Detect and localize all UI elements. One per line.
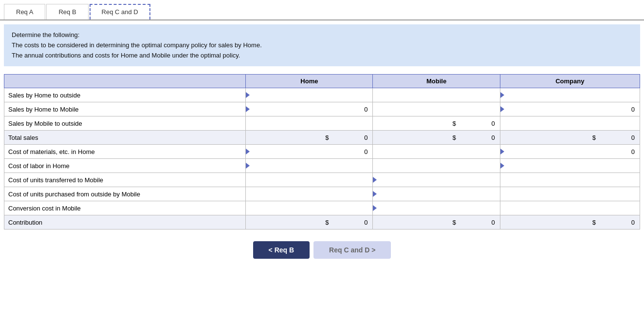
mobile-dollar-sign: $ — [452, 134, 456, 141]
label-cell-row-sales-home-outside: Sales by Home to outside — [4, 88, 246, 102]
company-cell-row-cost-transferred[interactable] — [500, 173, 640, 187]
mobile-arrow-icon — [373, 191, 377, 197]
home-cell-row-cost-materials[interactable] — [246, 145, 373, 159]
next-button[interactable]: Req C and D > — [313, 241, 391, 259]
mobile-input[interactable] — [458, 147, 497, 156]
home-input[interactable] — [331, 190, 369, 199]
company-cell-row-cost-materials[interactable] — [500, 145, 640, 159]
mobile-input[interactable] — [458, 133, 497, 142]
company-dollar-sign: $ — [592, 219, 596, 226]
company-input[interactable] — [598, 91, 637, 100]
label-cell-row-total-sales: Total sales — [4, 131, 246, 145]
table-row: Sales by Mobile to outside $ — [4, 116, 640, 131]
label-cell-row-conversion-cost: Conversion cost in Mobile — [4, 201, 246, 215]
company-input[interactable] — [598, 190, 637, 199]
mobile-cell-row-total-sales[interactable]: $ — [373, 131, 500, 145]
company-cell-row-sales-mobile-outside[interactable] — [500, 116, 640, 131]
home-dollar-sign: $ — [325, 219, 329, 226]
company-cell-row-total-sales[interactable]: $ — [500, 131, 640, 145]
mobile-cell-row-conversion-cost[interactable] — [373, 201, 500, 215]
label-cell-row-cost-purchased: Cost of units purchased from outside by … — [4, 187, 246, 201]
company-cell-row-contribution[interactable]: $ — [500, 215, 640, 230]
header-mobile: Mobile — [373, 75, 500, 88]
company-input[interactable] — [598, 204, 637, 213]
table-row: Total sales $ $ $ — [4, 131, 640, 145]
company-input[interactable] — [598, 147, 637, 156]
home-arrow-icon — [246, 106, 250, 112]
home-cell-row-contribution[interactable]: $ — [246, 215, 373, 230]
mobile-cell-row-sales-mobile-outside[interactable]: $ — [373, 116, 500, 131]
company-input[interactable] — [598, 119, 637, 128]
tabs-container: Req A Req B Req C and D — [0, 0, 644, 20]
header-home: Home — [246, 75, 373, 88]
info-line1: Determine the following: — [12, 30, 632, 40]
home-arrow-icon — [246, 163, 250, 169]
nav-buttons: < Req B Req C and D > — [0, 241, 644, 259]
label-cell-row-contribution: Contribution — [4, 215, 246, 230]
mobile-cell-row-contribution[interactable]: $ — [373, 215, 500, 230]
label-cell-row-cost-materials: Cost of materials, etc. in Home — [4, 145, 246, 159]
company-arrow-icon — [500, 106, 504, 112]
home-cell-row-sales-mobile-outside[interactable] — [246, 116, 373, 131]
table-row: Contribution $ $ $ — [4, 215, 640, 230]
company-input[interactable] — [598, 175, 637, 185]
company-input[interactable] — [598, 105, 637, 114]
home-input[interactable] — [331, 204, 369, 213]
home-input[interactable] — [331, 91, 369, 100]
mobile-input[interactable] — [458, 161, 497, 171]
mobile-input[interactable] — [458, 119, 497, 128]
mobile-cell-row-cost-purchased[interactable] — [373, 187, 500, 201]
header-company: Company — [500, 75, 640, 88]
tab-req-c-d[interactable]: Req C and D — [90, 4, 150, 19]
table-container: Home Mobile Company Sales by Home to out… — [4, 74, 640, 230]
mobile-cell-row-cost-labor[interactable] — [373, 159, 500, 173]
company-cell-row-sales-home-outside[interactable] — [500, 88, 640, 102]
home-cell-row-cost-purchased[interactable] — [246, 187, 373, 201]
mobile-arrow-icon — [373, 205, 377, 211]
home-dollar-sign: $ — [325, 134, 329, 141]
mobile-dollar-sign: $ — [452, 219, 456, 226]
mobile-cell-row-cost-transferred[interactable] — [373, 173, 500, 187]
info-line3: The annual contributions and costs for H… — [12, 51, 632, 61]
table-row: Cost of materials, etc. in Home — [4, 145, 640, 159]
home-input[interactable] — [331, 133, 369, 142]
home-cell-row-cost-labor[interactable] — [246, 159, 373, 173]
home-cell-row-cost-transferred[interactable] — [246, 173, 373, 187]
company-input[interactable] — [598, 161, 637, 171]
mobile-cell-row-sales-home-mobile[interactable] — [373, 102, 500, 116]
home-input[interactable] — [331, 147, 369, 156]
mobile-cell-row-sales-home-outside[interactable] — [373, 88, 500, 102]
label-cell-row-sales-mobile-outside: Sales by Mobile to outside — [4, 116, 246, 131]
mobile-input[interactable] — [458, 218, 497, 227]
mobile-arrow-icon — [373, 177, 377, 183]
home-input[interactable] — [331, 119, 369, 128]
home-cell-row-sales-home-mobile[interactable] — [246, 102, 373, 116]
home-cell-row-total-sales[interactable]: $ — [246, 131, 373, 145]
home-input[interactable] — [331, 105, 369, 114]
home-input[interactable] — [331, 218, 369, 227]
company-cell-row-cost-purchased[interactable] — [500, 187, 640, 201]
label-cell-row-cost-transferred: Cost of units transferred to Mobile — [4, 173, 246, 187]
company-cell-row-sales-home-mobile[interactable] — [500, 102, 640, 116]
tab-req-b[interactable]: Req B — [46, 4, 88, 19]
mobile-cell-row-cost-materials[interactable] — [373, 145, 500, 159]
mobile-input[interactable] — [458, 91, 497, 100]
company-cell-row-conversion-cost[interactable] — [500, 201, 640, 215]
company-input[interactable] — [598, 133, 637, 142]
home-input[interactable] — [331, 161, 369, 171]
mobile-input[interactable] — [458, 204, 497, 213]
home-cell-row-conversion-cost[interactable] — [246, 201, 373, 215]
company-arrow-icon — [500, 163, 504, 169]
company-cell-row-cost-labor[interactable] — [500, 159, 640, 173]
mobile-input[interactable] — [458, 175, 497, 185]
prev-button[interactable]: < Req B — [253, 241, 310, 259]
home-cell-row-sales-home-outside[interactable] — [246, 88, 373, 102]
home-input[interactable] — [331, 175, 369, 185]
table-row: Conversion cost in Mobile — [4, 201, 640, 215]
home-arrow-icon — [246, 92, 250, 98]
company-input[interactable] — [598, 218, 637, 227]
mobile-input[interactable] — [458, 190, 497, 199]
tab-req-a[interactable]: Req A — [4, 4, 45, 19]
mobile-input[interactable] — [458, 105, 497, 114]
company-arrow-icon — [500, 92, 504, 98]
